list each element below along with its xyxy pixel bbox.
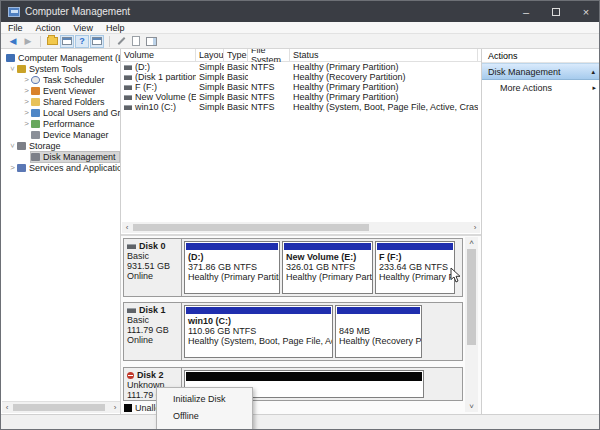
volume-row-f[interactable]: F (F:) Simple Basic NTFS Healthy (Primar… xyxy=(121,82,481,92)
task-scheduler-icon xyxy=(31,76,40,84)
performance-icon xyxy=(31,120,40,128)
disk-scrollbar-thumb[interactable] xyxy=(467,249,476,345)
disk-context-menu: Initialize Disk Offline Properties xyxy=(156,387,253,430)
disk-0-label[interactable]: Disk 0 Basic 931.51 GB Online xyxy=(124,239,182,296)
volume-scrollbar-thumb[interactable] xyxy=(133,224,369,231)
close-button[interactable]: × xyxy=(571,1,600,22)
console-tree: Computer Management (Local > System Tool… xyxy=(2,49,120,401)
services-icon xyxy=(17,164,26,172)
volume-icon xyxy=(124,95,132,100)
partition-win10-c[interactable]: win10 (C:) 110.96 GB NTFS Healthy (Syste… xyxy=(184,305,333,358)
scroll-left-icon[interactable]: ‹ xyxy=(2,403,12,412)
minimize-button[interactable]: – xyxy=(511,1,541,22)
tree-item-computer-management[interactable]: Computer Management (Local xyxy=(2,52,120,63)
shared-folders-icon xyxy=(31,98,40,106)
system-tools-icon xyxy=(17,65,26,73)
chevron-collapsed-icon[interactable]: > xyxy=(22,119,31,128)
tree-item-task-scheduler[interactable]: > Task Scheduler xyxy=(2,74,120,85)
forward-icon: ▶ xyxy=(25,37,32,46)
tree-item-storage[interactable]: > Storage xyxy=(2,140,120,151)
panel-view-button[interactable] xyxy=(144,35,158,48)
actions-disk-management[interactable]: Disk Management ▴ xyxy=(482,63,600,80)
refresh-doc-button[interactable] xyxy=(129,35,143,48)
partition-d[interactable]: (D:) 371.86 GB NTFS Healthy (Primary Par… xyxy=(184,241,280,294)
column-header-file-system[interactable]: File System xyxy=(248,49,290,62)
volume-row-disk1-partition2[interactable]: (Disk 1 partition 2) Simple Basic Health… xyxy=(121,72,481,82)
tree-item-disk-management[interactable]: Disk Management xyxy=(2,151,120,162)
tree-horizontal-scrollbar[interactable]: ‹ › xyxy=(2,401,120,413)
tree-item-event-viewer[interactable]: > Event Viewer xyxy=(2,85,120,96)
disk-1-label[interactable]: Disk 1 Basic 111.79 GB Online xyxy=(124,303,182,360)
volume-row-d[interactable]: (D:) Simple Basic NTFS Healthy (Primary … xyxy=(121,62,481,72)
tree-item-local-users-groups[interactable]: > Local Users and Groups xyxy=(2,107,120,118)
collapse-up-icon[interactable]: ▴ xyxy=(591,68,595,76)
partition-f[interactable]: F (F:) 233.64 GB NTFS Healthy (Primary P… xyxy=(375,241,455,294)
column-header-type[interactable]: Type xyxy=(224,49,248,62)
menu-action[interactable]: Action xyxy=(36,23,61,33)
chevron-collapsed-icon[interactable]: > xyxy=(22,75,31,84)
scroll-left-icon[interactable]: ‹ xyxy=(122,223,132,232)
menu-file[interactable]: File xyxy=(8,23,23,33)
disk-0-row: Disk 0 Basic 931.51 GB Online (D:) 371.8… xyxy=(123,238,463,297)
tree-item-services-applications[interactable]: > Services and Applications xyxy=(2,162,120,173)
tree-item-system-tools[interactable]: > System Tools xyxy=(2,63,120,74)
disk-vertical-scrollbar[interactable]: ˄ ˅ xyxy=(465,237,478,412)
status-strip xyxy=(1,414,600,430)
volume-horizontal-scrollbar[interactable]: ‹ › xyxy=(122,222,480,233)
scroll-up-icon[interactable]: ˄ xyxy=(465,238,478,247)
primary-partition-bar xyxy=(186,307,331,314)
chevron-collapsed-icon[interactable]: > xyxy=(22,97,31,106)
maximize-button[interactable] xyxy=(541,1,571,22)
forward-button[interactable]: ▶ xyxy=(21,35,35,48)
column-header-status[interactable]: Status xyxy=(290,49,478,62)
column-header-layout[interactable]: Layout xyxy=(196,49,224,62)
chevron-expanded-icon[interactable]: > xyxy=(8,141,17,150)
tree-item-device-manager[interactable]: Device Manager xyxy=(2,129,120,140)
volume-row-win10-c[interactable]: win10 (C:) Simple Basic NTFS Healthy (Sy… xyxy=(121,102,481,112)
device-manager-icon xyxy=(31,131,40,139)
chevron-expanded-icon[interactable]: > xyxy=(8,64,17,73)
submenu-right-icon[interactable]: ▸ xyxy=(592,84,596,92)
toolbar: ◀ ▶ ? xyxy=(1,33,600,49)
chevron-collapsed-icon[interactable]: > xyxy=(8,163,17,172)
export-list-button[interactable] xyxy=(45,35,59,48)
actions-pane: Actions Disk Management ▴ More Actions ▸ xyxy=(482,49,600,414)
volume-icon xyxy=(124,85,132,90)
menu-help[interactable]: Help xyxy=(106,23,125,33)
column-header-volume[interactable]: Volume xyxy=(121,49,196,62)
volume-list-header: Volume Layout Type File System Status xyxy=(121,49,481,62)
computer-icon xyxy=(6,54,15,62)
chevron-collapsed-icon[interactable]: > xyxy=(22,86,31,95)
tree-item-performance[interactable]: > Performance xyxy=(2,118,120,129)
tree-item-shared-folders[interactable]: > Shared Folders xyxy=(2,96,120,107)
folder-icon xyxy=(47,37,58,45)
volume-row-new-volume-e[interactable]: New Volume (E:) Simple Basic NTFS Health… xyxy=(121,92,481,102)
menu-item-offline[interactable]: Offline xyxy=(157,408,252,425)
scroll-right-icon[interactable]: › xyxy=(470,223,480,232)
console-tree-toggle[interactable] xyxy=(60,35,74,48)
menu-item-properties[interactable]: Properties xyxy=(157,425,252,430)
disk-management-icon xyxy=(31,153,40,161)
app-icon xyxy=(8,7,20,17)
console-window-icon xyxy=(62,37,72,45)
actions-more-actions[interactable]: More Actions ▸ xyxy=(482,80,600,96)
wand-button[interactable] xyxy=(114,35,128,48)
action-pane-icon xyxy=(92,37,102,45)
mouse-cursor xyxy=(450,267,461,287)
help-button[interactable]: ? xyxy=(75,35,89,48)
action-pane-toggle[interactable] xyxy=(90,35,104,48)
menu-item-initialize-disk[interactable]: Initialize Disk xyxy=(157,391,252,408)
actions-header: Actions xyxy=(482,49,600,63)
scroll-down-icon[interactable]: ˅ xyxy=(465,402,478,411)
tree-scrollbar-thumb[interactable] xyxy=(13,404,105,411)
partition-recovery[interactable]: 849 MB Healthy (Recovery Partiti xyxy=(335,305,422,358)
volume-icon xyxy=(124,75,132,80)
partition-new-volume-e[interactable]: New Volume (E:) 326.01 GB NTFS Healthy (… xyxy=(282,241,373,294)
back-button[interactable]: ◀ xyxy=(6,35,20,48)
computer-management-window: Computer Management – × File Action View… xyxy=(0,0,600,430)
menu-view[interactable]: View xyxy=(74,23,93,33)
unallocated-bar xyxy=(186,372,422,381)
users-icon xyxy=(31,109,40,117)
chevron-collapsed-icon[interactable]: > xyxy=(22,108,31,117)
scroll-right-icon[interactable]: › xyxy=(110,403,120,412)
